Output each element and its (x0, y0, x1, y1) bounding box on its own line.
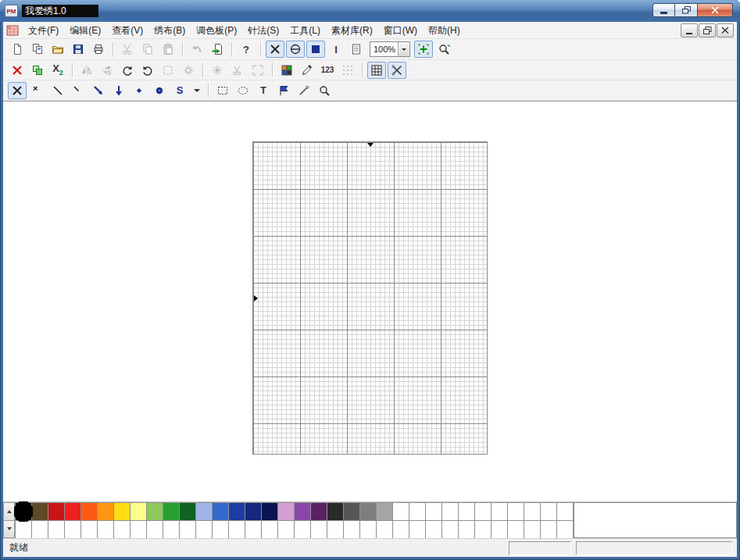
text-tool-button[interactable]: T (254, 82, 273, 99)
stitch-grid[interactable] (252, 141, 488, 455)
palette-swatch[interactable] (475, 521, 492, 539)
show-numbers-button[interactable]: 123 (318, 62, 337, 79)
stitch-options-dropdown[interactable] (191, 82, 203, 99)
palette-swatch[interactable] (541, 503, 557, 521)
chevron-down-icon[interactable] (398, 42, 409, 56)
palette-swatch[interactable] (163, 521, 180, 539)
palette-swatch[interactable] (229, 521, 245, 539)
palette-swatch[interactable] (393, 503, 409, 521)
stamp-button[interactable] (159, 62, 177, 79)
palette-swatch[interactable] (442, 521, 459, 539)
delete-by-color-button[interactable]: X2 (48, 62, 67, 79)
palette-swatch[interactable] (278, 503, 295, 521)
menu-item[interactable]: 编辑(E) (64, 22, 106, 39)
palette-swatch[interactable] (32, 521, 48, 539)
palette-swatch[interactable] (442, 503, 459, 521)
new-pattern-button[interactable] (28, 41, 47, 58)
palette-swatch[interactable] (16, 503, 32, 521)
palette-swatch[interactable] (409, 503, 426, 521)
palette-swatch[interactable] (81, 521, 98, 539)
menu-item[interactable]: 查看(V) (106, 22, 148, 39)
palette-swatch[interactable] (541, 521, 557, 539)
minimize-button[interactable] (652, 3, 675, 17)
open-button[interactable] (48, 41, 67, 58)
palette-swatch[interactable] (475, 503, 492, 521)
menu-item[interactable]: 针法(S) (242, 22, 284, 39)
menu-item[interactable]: 文件(F) (23, 22, 64, 39)
menu-item[interactable]: 窗口(W) (378, 22, 423, 39)
palette-swatch[interactable] (524, 503, 541, 521)
palette-swatch[interactable] (459, 503, 475, 521)
palette-swatch[interactable] (278, 521, 295, 539)
import-button[interactable] (208, 41, 227, 58)
palette-swatch[interactable] (524, 521, 541, 539)
palette-swatch[interactable] (295, 521, 311, 539)
view-cross-toggle[interactable] (266, 41, 284, 58)
canvas-area[interactable] (3, 101, 737, 501)
palette-swatch[interactable] (196, 503, 213, 521)
pattern-button[interactable] (179, 62, 198, 79)
rotate-left-button[interactable] (118, 62, 137, 79)
palette-swatch[interactable] (16, 521, 32, 539)
palette-swatch[interactable] (360, 503, 377, 521)
palette-swatch[interactable] (327, 521, 344, 539)
palette-swatch[interactable] (508, 521, 524, 539)
palette-swatch[interactable] (344, 503, 360, 521)
palette-swatch[interactable] (147, 503, 163, 521)
menu-item[interactable]: 绣布(B) (148, 22, 191, 39)
help-button[interactable]: ? (237, 41, 256, 58)
palette-swatch[interactable] (65, 521, 81, 539)
dots-grid-button[interactable] (338, 62, 357, 79)
rotate-right-button[interactable] (138, 62, 157, 79)
palette-swatch[interactable] (98, 503, 114, 521)
palette-swatch[interactable] (344, 521, 360, 539)
palette-swatch[interactable] (229, 503, 245, 521)
palette-swatch[interactable] (48, 503, 65, 521)
menu-item[interactable]: 调色板(P) (191, 22, 242, 39)
palette-swatch[interactable] (508, 503, 524, 521)
copy-button[interactable] (138, 41, 157, 58)
palette-swatch[interactable] (147, 521, 163, 539)
palette-swatch[interactable] (245, 503, 262, 521)
palette-swatch[interactable] (426, 521, 442, 539)
trim-button[interactable] (228, 62, 247, 79)
new-button[interactable] (8, 41, 27, 58)
backstitch-button[interactable] (109, 82, 128, 99)
view-info-toggle[interactable]: I (327, 41, 345, 58)
three-quarter-stitch-button[interactable] (89, 82, 108, 99)
select-ellipse-button[interactable] (234, 82, 252, 99)
special-stitch-button[interactable]: S (170, 82, 189, 99)
palette-swatch[interactable] (196, 521, 213, 539)
palette-swatch[interactable] (492, 503, 508, 521)
zoom-tool-button[interactable] (315, 82, 334, 99)
petite-stitch-button[interactable] (130, 82, 148, 99)
zoom-level-select[interactable]: 100% (370, 41, 410, 57)
palette-swatch[interactable] (426, 503, 442, 521)
palette-swatch[interactable] (377, 521, 393, 539)
palette-swatch[interactable] (114, 503, 130, 521)
palette-swatch[interactable] (213, 503, 229, 521)
mdi-minimize-button[interactable] (681, 23, 698, 37)
palette-swatch[interactable] (213, 521, 229, 539)
cut-button[interactable] (118, 41, 137, 58)
palette-swatch[interactable] (130, 503, 147, 521)
palette-scroll-up-button[interactable] (3, 502, 15, 521)
palette-swatch[interactable] (327, 503, 344, 521)
palette-swatch[interactable] (81, 503, 98, 521)
palette-swatch[interactable] (245, 521, 262, 539)
palette-swatch[interactable] (32, 503, 48, 521)
palette-swatch[interactable] (311, 521, 327, 539)
menu-item[interactable]: 素材库(R) (326, 22, 378, 39)
palette-scroll-down-button[interactable] (3, 521, 15, 539)
palette-swatch[interactable] (48, 521, 65, 539)
menu-item[interactable]: 工具(L) (284, 22, 326, 39)
palette-swatch[interactable] (262, 521, 278, 539)
zoom-fit-button[interactable] (414, 41, 433, 58)
french-knot-button[interactable] (150, 82, 169, 99)
palette-swatch[interactable] (459, 521, 475, 539)
palette-swatch[interactable] (360, 521, 377, 539)
palette-swatch[interactable] (130, 521, 147, 539)
corner-select-button[interactable] (248, 62, 267, 79)
palette-swatch[interactable] (262, 503, 278, 521)
titlebar[interactable]: PM 我爱绣1.0 (0, 0, 740, 22)
